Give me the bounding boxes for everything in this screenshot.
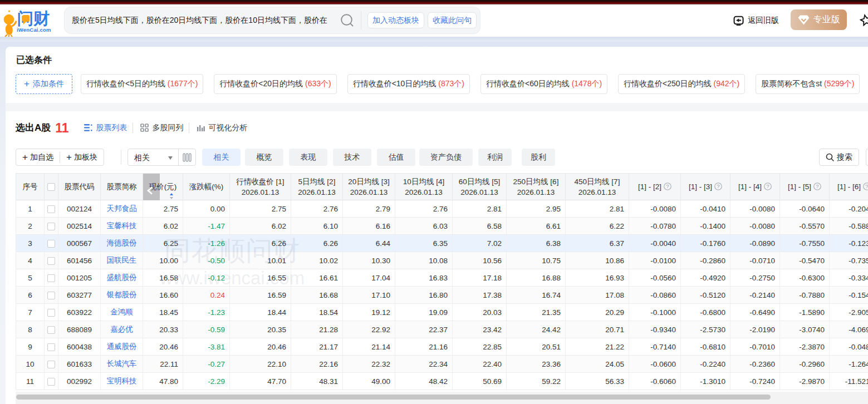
svg-text:?: ? [717, 183, 719, 189]
svg-text:?: ? [666, 183, 669, 189]
svg-text:?: ? [766, 183, 769, 189]
svg-text:?: ? [865, 183, 868, 189]
svg-text:?: ? [816, 183, 818, 189]
